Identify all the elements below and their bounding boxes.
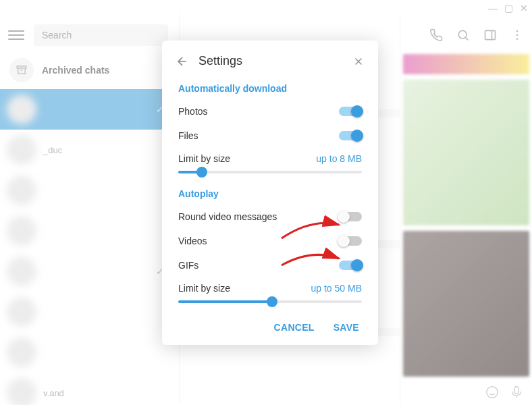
download-limit-value: up to 8 MB [316,153,362,164]
autoplay-limit-slider[interactable] [178,300,362,303]
videos-toggle[interactable] [339,236,362,246]
videos-row: Videos [162,229,378,253]
autoplay-limit-row: Limit by size up to 50 MB [162,277,378,296]
gifs-row: GIFs [162,253,378,277]
cancel-button[interactable]: CANCEL [274,322,315,333]
slider-thumb[interactable] [196,167,207,178]
save-button[interactable]: SAVE [334,322,359,333]
photos-toggle[interactable] [339,107,362,116]
download-limit-slider[interactable] [178,171,362,173]
round-video-toggle[interactable] [339,212,362,221]
auto-download-heading: Automatically download [162,78,378,99]
files-toggle[interactable] [339,131,362,140]
photos-row: Photos [162,99,378,124]
autoplay-limit-value: up to 50 MB [311,283,363,294]
settings-modal: Settings Automatically download Photos F… [162,40,378,345]
back-icon[interactable] [176,55,189,68]
slider-thumb[interactable] [267,296,277,307]
modal-title: Settings [198,54,352,68]
round-video-row: Round video messages [162,205,378,229]
close-icon[interactable] [352,55,365,68]
download-limit-row: Limit by size up to 8 MB [162,148,378,167]
gifs-toggle[interactable] [339,261,362,270]
files-row: Files [162,124,378,148]
autoplay-heading: Autoplay [162,183,378,205]
